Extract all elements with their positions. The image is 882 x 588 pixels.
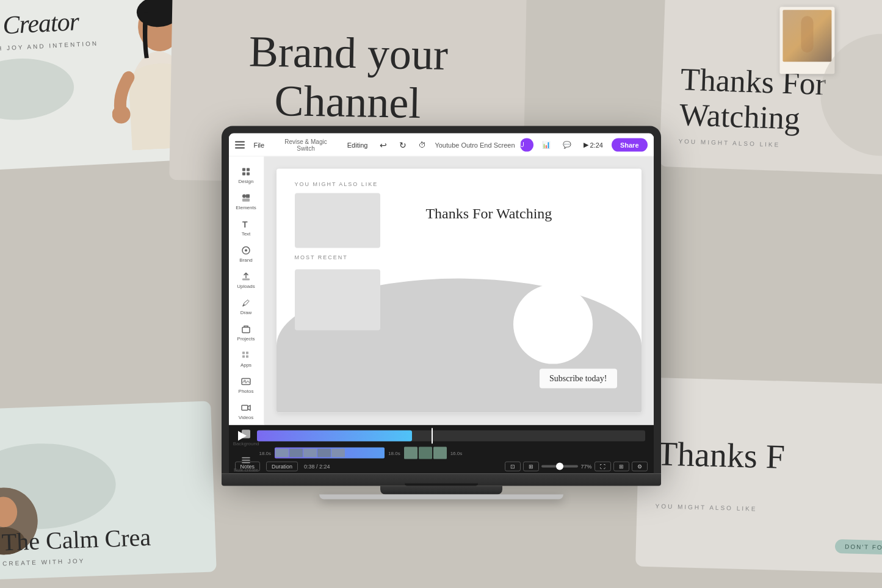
brand-icon — [240, 245, 251, 256]
design-icon — [240, 167, 251, 177]
grid-button[interactable]: ⊞ — [613, 462, 629, 471]
uploads-label: Uploads — [237, 284, 255, 289]
topbar-left: File Revise & Magic Switch Editing ↩ ↻ ⏱ — [235, 136, 430, 153]
svg-rect-22 — [246, 356, 248, 358]
svg-rect-18 — [242, 328, 250, 333]
draw-icon — [240, 298, 251, 309]
svg-rect-8 — [247, 168, 250, 171]
sidebar-item-draw[interactable]: Draw — [231, 294, 261, 319]
svg-point-16 — [245, 249, 247, 252]
sidebar-item-elements[interactable]: Elements — [231, 189, 261, 214]
svg-rect-17 — [242, 279, 250, 281]
draw-label: Draw — [240, 310, 252, 315]
projects-label: Projects — [237, 336, 255, 342]
text-icon: T — [240, 219, 251, 230]
time-label-end: 16.0s — [450, 450, 463, 456]
svg-text:T: T — [242, 220, 248, 229]
present-button[interactable]: ▶ 2:24 — [580, 139, 607, 151]
sidebar-item-apps[interactable]: Apps — [231, 346, 261, 371]
sidebar-item-text[interactable]: T Text — [231, 215, 261, 240]
dont-forget-badge: DON'T FOR — [835, 539, 882, 555]
photo-inner — [783, 10, 831, 62]
canvas-you-might: YOU MIGHT ALSO LIKE — [295, 181, 378, 187]
brand-label: Brand — [239, 257, 252, 263]
svg-rect-7 — [242, 168, 245, 171]
card-bottom-left: The Calm Crea CREATE WITH JOY — [0, 401, 217, 579]
duration-button[interactable]: Duration — [266, 462, 298, 471]
fullscreen-button[interactable]: ⛶ — [595, 462, 611, 471]
revise-button[interactable]: Revise & Magic Switch — [273, 136, 339, 153]
calm-creator-title: The Calm Crea — [1, 521, 197, 556]
editing-button[interactable]: Editing — [344, 139, 372, 150]
svg-point-11 — [242, 195, 246, 198]
blob-decoration — [0, 56, 76, 123]
card-top-right: Thanks For Watching YOU MIGHT ALSO LIKE … — [659, 0, 882, 175]
notes-button[interactable]: Notes — [235, 462, 261, 471]
aspect-button[interactable]: ⊞ — [523, 462, 539, 471]
timeline-clips: 18.0s 18.0s — [229, 447, 654, 459]
design-canvas: YOU MIGHT ALSO LIKE Thanks For Watching … — [277, 169, 642, 413]
apps-icon — [240, 350, 251, 361]
profile-button[interactable]: U — [520, 138, 533, 151]
segment-thumbs — [275, 448, 345, 458]
photos-label: Photos — [239, 389, 254, 394]
timeline-segment-main[interactable] — [275, 448, 385, 459]
canvas-circle — [513, 285, 593, 364]
time-label-start: 18.0s — [259, 450, 272, 456]
canva-ui: File Revise & Magic Switch Editing ↩ ↻ ⏱… — [229, 134, 654, 474]
videos-icon — [240, 403, 251, 414]
zoom-handle — [556, 463, 563, 470]
file-button[interactable]: File — [250, 139, 268, 150]
thumb-5 — [331, 449, 345, 457]
canvas-video-thumb-1 — [295, 193, 380, 248]
you-might-label-2: YOU MIGHT ALSO LIKE — [655, 503, 875, 515]
sidebar-item-projects[interactable]: Projects — [231, 320, 261, 345]
apps-label: Apps — [240, 362, 251, 368]
elements-icon — [240, 193, 251, 204]
uploads-icon — [240, 271, 251, 282]
sidebar-item-videos[interactable]: Videos — [231, 399, 261, 424]
canvas-subscribe[interactable]: Subscribe today! — [540, 369, 616, 389]
svg-rect-20 — [246, 352, 248, 354]
undo-button[interactable]: ↩ — [376, 138, 391, 151]
zoom-level: 77% — [580, 464, 591, 470]
hamburger-icon[interactable] — [235, 141, 245, 148]
timeline-track[interactable] — [257, 431, 645, 442]
canvas-most-recent: MOST RECENT — [295, 254, 348, 260]
canva-topbar: File Revise & Magic Switch Editing ↩ ↻ ⏱… — [229, 134, 654, 157]
canvas-thanks-text[interactable]: Thanks For Watching — [413, 199, 564, 228]
share-button[interactable]: Share — [612, 138, 648, 151]
zoom-slider[interactable] — [541, 465, 578, 468]
you-might-label: YOU MIGHT ALSO LIKE — [678, 138, 780, 148]
timeline-bottom-bar: Notes Duration 0:38 / 2:24 ⊡ ⊞ 77% — [229, 459, 654, 474]
sidebar-item-photos[interactable]: Photos — [231, 373, 261, 398]
polaroid-photo — [779, 7, 834, 74]
timeline-segments — [275, 448, 385, 459]
canva-canvas-area: YOU MIGHT ALSO LIKE Thanks For Watching … — [264, 157, 654, 425]
sidebar-item-uploads[interactable]: Uploads — [231, 268, 261, 293]
laptop-screen: File Revise & Magic Switch Editing ↩ ↻ ⏱… — [222, 126, 661, 474]
fit-button[interactable]: ⊡ — [505, 462, 521, 471]
settings-button[interactable]: ⚙ — [632, 462, 648, 471]
svg-rect-13 — [242, 199, 250, 202]
canvas-video-thumb-2 — [295, 270, 380, 331]
svg-rect-10 — [247, 173, 250, 176]
laptop: File Revise & Magic Switch Editing ↩ ↻ ⏱… — [222, 126, 661, 500]
stats-button[interactable]: 📊 — [538, 139, 554, 151]
laptop-stand — [380, 486, 502, 495]
sidebar-item-design[interactable]: Design — [231, 163, 261, 188]
timeline-controls — [229, 425, 654, 447]
elements-label: Elements — [236, 205, 256, 210]
thumb-4 — [317, 449, 331, 457]
redo-button[interactable]: ↻ — [396, 138, 410, 151]
topbar-right: Youtube Outro End Screen U 📊 💬 ▶ 2:24 Sh… — [435, 138, 647, 151]
projects-icon — [240, 324, 251, 335]
person-thumbnails — [404, 447, 447, 459]
card-top-left-title: m Creator — [0, 1, 200, 41]
svg-rect-12 — [246, 195, 250, 198]
comment-button[interactable]: 💬 — [559, 139, 575, 151]
svg-rect-21 — [242, 356, 245, 358]
sidebar-item-brand[interactable]: Brand — [231, 242, 261, 267]
play-button[interactable] — [235, 429, 250, 443]
timer-button[interactable]: ⏱ — [415, 138, 430, 151]
